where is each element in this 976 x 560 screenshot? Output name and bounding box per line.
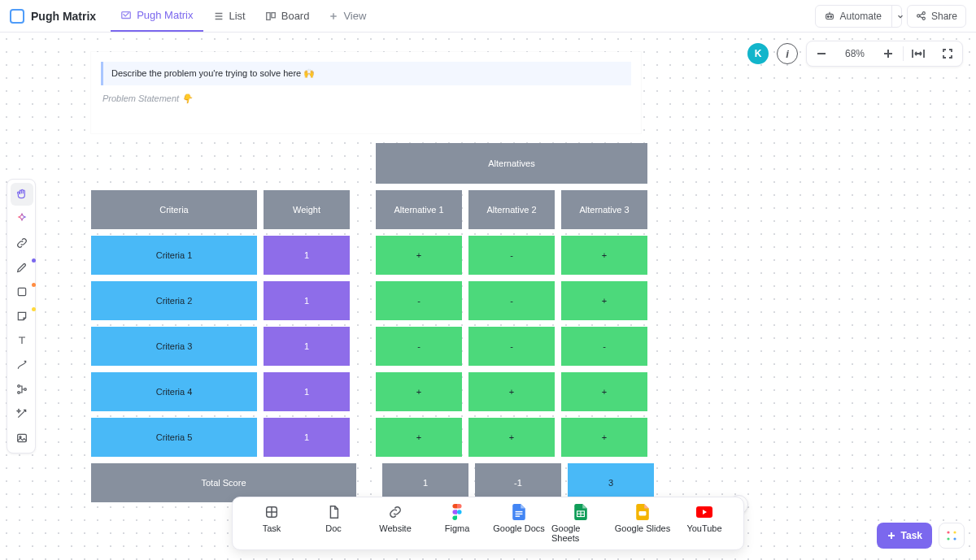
canvas-top-right-controls: K i 68% (747, 41, 963, 67)
app-logo-icon (10, 9, 24, 24)
weight-cell[interactable]: 1 (264, 372, 350, 411)
tab-add-view[interactable]: View (319, 0, 376, 32)
value-cell[interactable]: + (376, 372, 462, 411)
zoom-in-button[interactable] (874, 41, 903, 67)
svg-point-16 (457, 510, 462, 514)
value-cell[interactable]: - (468, 236, 555, 275)
share-button[interactable]: Share (907, 5, 966, 28)
alternatives-header[interactable]: Alternatives (376, 143, 647, 184)
avatar-letter: K (755, 48, 762, 59)
weight-cell[interactable]: 1 (264, 236, 350, 275)
value-cell[interactable]: - (561, 327, 647, 366)
zoom-out-button[interactable] (807, 41, 836, 67)
insert-google-slides[interactable]: Google Slides (613, 504, 672, 543)
doc-title-text: Pugh Matrix (31, 10, 96, 23)
svg-point-11 (18, 392, 20, 394)
svg-point-25 (947, 537, 949, 540)
share-label: Share (931, 11, 957, 22)
user-avatar[interactable]: K (747, 43, 769, 64)
value-cell[interactable]: - (376, 327, 462, 366)
value-cell[interactable]: + (561, 372, 647, 411)
google-sheets-icon (573, 504, 589, 520)
value-cell[interactable]: + (561, 281, 647, 320)
value-cell[interactable]: + (468, 418, 555, 457)
svg-point-5 (830, 15, 831, 17)
plus-icon (329, 11, 338, 21)
zoom-value: 68% (836, 48, 874, 59)
automate-button[interactable]: Automate (815, 5, 902, 28)
insert-google-docs[interactable]: Google Docs (490, 504, 548, 543)
value-cell[interactable]: + (561, 418, 647, 457)
insert-website[interactable]: Website (366, 504, 425, 543)
insert-item-label: Website (379, 523, 412, 533)
value-cell[interactable]: + (376, 236, 462, 275)
apps-button[interactable] (939, 523, 965, 549)
problem-prompt-text: Describe the problem you're trying to so… (111, 68, 315, 78)
tool-image[interactable] (11, 427, 33, 449)
tab-label: List (229, 10, 246, 22)
fullscreen-button[interactable] (933, 41, 962, 67)
tool-magic[interactable] (11, 402, 33, 425)
weight-cell[interactable]: 1 (264, 281, 350, 320)
svg-rect-21 (639, 511, 647, 516)
fit-width-button[interactable] (904, 41, 933, 67)
tab-label: Board (281, 10, 310, 22)
info-button[interactable]: i (777, 43, 798, 64)
value-cell[interactable]: + (561, 236, 647, 275)
insert-item-label: Task (263, 523, 281, 533)
insert-doc[interactable]: Doc (304, 504, 363, 543)
alt-col-header[interactable]: Alternative 1 (376, 190, 462, 229)
tool-diagram[interactable] (11, 378, 33, 401)
insert-item-label: Google Sheets (551, 523, 610, 543)
svg-point-24 (953, 531, 956, 533)
insert-figma[interactable]: Figma (428, 504, 486, 543)
criteria-cell[interactable]: Criteria 5 (91, 418, 257, 457)
svg-point-23 (947, 531, 949, 533)
value-cell[interactable]: - (468, 281, 555, 320)
weight-cell[interactable]: 1 (264, 418, 350, 457)
tab-label: Pugh Matrix (137, 9, 193, 21)
criteria-cell[interactable]: Criteria 2 (91, 281, 257, 320)
view-tabs: Pugh Matrix List Board View (111, 0, 376, 32)
value-cell[interactable]: - (376, 281, 462, 320)
insert-task[interactable]: Task (242, 504, 301, 543)
create-task-button[interactable]: Task (877, 523, 932, 549)
tool-link[interactable] (11, 232, 33, 254)
zoom-controls: 68% (806, 41, 963, 67)
svg-rect-17 (516, 511, 523, 512)
svg-rect-19 (516, 515, 521, 516)
google-slides-icon (634, 504, 651, 520)
weight-header[interactable]: Weight (264, 190, 350, 229)
tool-text[interactable] (11, 329, 33, 352)
criteria-cell[interactable]: Criteria 4 (91, 372, 257, 411)
value-cell[interactable]: + (468, 372, 555, 411)
alt-col-header[interactable]: Alternative 3 (561, 190, 647, 229)
tab-whiteboard[interactable]: Pugh Matrix (111, 0, 203, 32)
whiteboard-canvas[interactable]: K i 68% Describe the problem you're tryi… (0, 33, 976, 560)
problem-statement-card[interactable]: Describe the problem you're trying to so… (91, 52, 641, 133)
youtube-icon (696, 504, 712, 520)
svg-point-10 (18, 385, 20, 388)
alt-col-header[interactable]: Alternative 2 (468, 190, 555, 229)
insert-toolbar: TaskDocWebsiteFigmaGoogle DocsGoogle She… (232, 497, 744, 550)
svg-rect-1 (266, 12, 269, 20)
insert-item-label: Google Docs (493, 523, 545, 533)
tool-shape[interactable] (11, 280, 33, 303)
tool-pen[interactable] (11, 256, 33, 279)
insert-youtube[interactable]: YouTube (675, 504, 734, 543)
insert-google-sheets[interactable]: Google Sheets (551, 504, 610, 543)
criteria-cell[interactable]: Criteria 3 (91, 327, 257, 366)
weight-cell[interactable]: 1 (264, 327, 350, 366)
criteria-cell[interactable]: Criteria 1 (91, 236, 257, 275)
tab-list[interactable]: List (203, 0, 255, 32)
tool-hand[interactable] (11, 183, 33, 206)
tool-connector[interactable] (11, 354, 33, 376)
tab-board[interactable]: Board (255, 0, 320, 32)
value-cell[interactable]: - (468, 327, 555, 366)
insert-item-label: YouTube (686, 523, 721, 533)
value-cell[interactable]: + (376, 418, 462, 457)
criteria-header[interactable]: Criteria (91, 190, 257, 229)
tool-sticky[interactable] (11, 305, 33, 328)
tool-ai[interactable] (11, 207, 33, 230)
whiteboard-icon (120, 10, 132, 21)
